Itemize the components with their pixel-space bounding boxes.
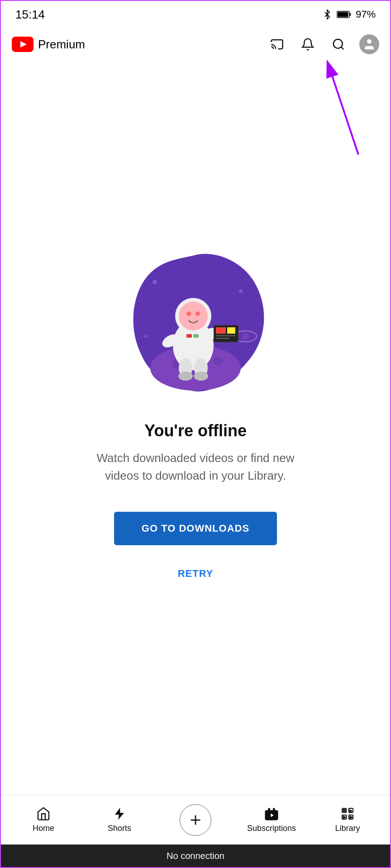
bottom-nav: Home Shorts Subscriptions [1, 795, 390, 844]
nav-item-home[interactable]: Home [5, 807, 81, 833]
notifications-button[interactable] [298, 34, 318, 54]
account-icon [362, 38, 376, 51]
svg-marker-49 [350, 810, 352, 812]
status-time: 15:14 [15, 8, 45, 22]
svg-point-15 [153, 280, 157, 284]
no-connection-text: No connection [167, 851, 224, 861]
plus-icon [187, 812, 204, 828]
svg-rect-46 [273, 808, 275, 812]
svg-line-7 [341, 47, 343, 49]
svg-rect-45 [268, 808, 270, 812]
no-connection-bar: No connection [1, 844, 390, 867]
svg-point-6 [334, 39, 343, 48]
offline-illustration [119, 246, 272, 400]
library-icon [340, 807, 355, 821]
logo-text: Premium [38, 38, 85, 52]
account-button[interactable] [359, 34, 379, 54]
nav-library-label: Library [335, 824, 360, 833]
svg-point-23 [186, 311, 191, 316]
svg-rect-2 [337, 12, 348, 17]
offline-subtitle: Watch downloaded videos or find new vide… [82, 449, 309, 485]
svg-point-17 [144, 335, 147, 338]
svg-point-19 [242, 333, 249, 340]
cast-button[interactable] [267, 34, 287, 54]
svg-marker-52 [343, 816, 346, 818]
battery-percentage: 97% [356, 9, 376, 20]
svg-rect-34 [216, 335, 235, 336]
bluetooth-icon [322, 9, 332, 19]
svg-rect-26 [186, 334, 192, 338]
svg-point-38 [178, 372, 193, 381]
battery-icon [337, 10, 351, 19]
top-nav: Premium [1, 26, 390, 62]
main-content: You're offline Watch downloaded videos o… [1, 62, 390, 741]
svg-rect-33 [227, 327, 235, 334]
logo-area: Premium [12, 37, 85, 52]
svg-point-22 [179, 302, 208, 330]
svg-point-25 [192, 321, 194, 323]
offline-title: You're offline [144, 421, 247, 440]
subscriptions-icon [264, 807, 279, 821]
svg-marker-53 [350, 816, 352, 818]
svg-point-8 [367, 39, 372, 44]
nav-item-create[interactable] [157, 804, 234, 836]
nav-shorts-label: Shorts [108, 824, 131, 833]
nav-item-subscriptions[interactable]: Subscriptions [234, 807, 310, 833]
svg-rect-35 [216, 338, 229, 339]
svg-point-24 [196, 311, 200, 316]
bell-icon [301, 38, 315, 51]
nav-subscriptions-label: Subscriptions [247, 824, 296, 833]
svg-rect-1 [349, 13, 351, 16]
status-icons: 97% [322, 9, 376, 20]
go-to-downloads-button[interactable]: GO TO DOWNLOADS [114, 512, 277, 545]
svg-point-39 [194, 372, 208, 381]
svg-point-16 [239, 289, 243, 293]
svg-rect-27 [193, 334, 199, 338]
search-button[interactable] [329, 34, 348, 54]
home-icon [36, 807, 51, 821]
search-icon [332, 38, 345, 51]
cast-icon [270, 38, 284, 51]
svg-point-14 [214, 357, 223, 366]
youtube-logo-icon [12, 37, 33, 52]
svg-rect-32 [216, 327, 226, 334]
nav-item-shorts[interactable]: Shorts [81, 807, 157, 833]
nav-item-library[interactable]: Library [310, 807, 386, 833]
create-button[interactable] [180, 804, 211, 836]
nav-home-label: Home [33, 824, 54, 833]
svg-rect-47 [342, 808, 346, 812]
status-bar: 15:14 97% [1, 1, 390, 26]
retry-button[interactable]: RETRY [173, 563, 218, 584]
shorts-icon [112, 807, 127, 821]
nav-icons [267, 34, 379, 54]
